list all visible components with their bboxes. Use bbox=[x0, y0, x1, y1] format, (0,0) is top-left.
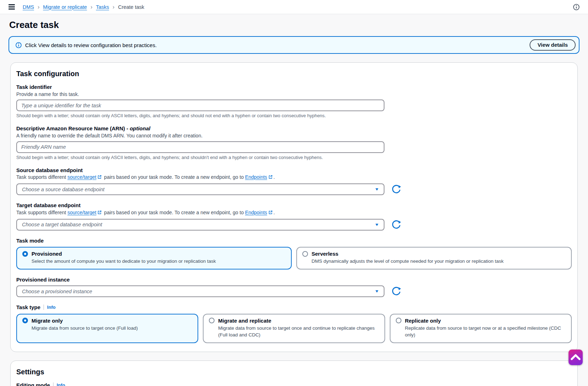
tile-title: Migrate and replicate bbox=[218, 318, 271, 324]
tile-description: DMS dynamically adjusts the level of com… bbox=[312, 258, 566, 265]
source-endpoint-select[interactable]: Choose a source database endpoint ▼ bbox=[16, 183, 384, 195]
tile-title: Replicate only bbox=[405, 318, 441, 324]
task-identifier-input[interactable] bbox=[16, 100, 384, 111]
source-target-link[interactable]: source/target bbox=[67, 174, 96, 180]
task-identifier-description: Provide a name for this task. bbox=[16, 91, 572, 98]
desc-text: . bbox=[274, 210, 275, 215]
editing-mode-label: Editing mode bbox=[16, 382, 50, 386]
provisioned-instance-label: Provisioned instance bbox=[16, 276, 572, 283]
descriptive-arn-description: A friendly name to override the default … bbox=[16, 132, 572, 139]
breadcrumb: DMS › Migrate or replicate › Tasks › Cre… bbox=[23, 4, 144, 10]
breadcrumb-migrate-or-replicate[interactable]: Migrate or replicate bbox=[43, 4, 87, 10]
tile-title: Migrate only bbox=[32, 318, 63, 324]
task-identifier-constraint: Should begin with a letter; should conta… bbox=[16, 113, 572, 118]
provisioned-instance-select-placeholder: Choose a provisioned instance bbox=[22, 289, 375, 294]
refresh-provisioned-instances-button[interactable] bbox=[391, 286, 401, 296]
settings-card: Settings Editing mode Info Wizard You ca… bbox=[10, 361, 578, 386]
descriptive-arn-label-text: Descriptive Amazon Resource Name (ARN) - bbox=[16, 125, 130, 131]
page-content: Create task Click View details to review… bbox=[0, 19, 588, 386]
chevron-right-icon: › bbox=[91, 4, 92, 10]
task-type-info-link[interactable]: Info bbox=[47, 305, 56, 310]
desc-text: Task supports different bbox=[16, 174, 67, 180]
task-type-option-replicate-only[interactable]: Replicate only Replicate data from sourc… bbox=[390, 314, 572, 343]
radio-checked-icon bbox=[22, 251, 28, 257]
breadcrumb-dms[interactable]: DMS bbox=[23, 4, 34, 10]
hamburger-menu-icon[interactable] bbox=[8, 4, 15, 10]
descriptive-arn-field: Descriptive Amazon Resource Name (ARN) -… bbox=[16, 125, 572, 160]
external-link-icon bbox=[97, 210, 102, 216]
target-endpoint-field: Target database endpoint Task supports d… bbox=[16, 202, 572, 230]
optional-suffix: optional bbox=[130, 125, 150, 131]
source-endpoint-field: Source database endpoint Task supports d… bbox=[16, 167, 572, 195]
task-configuration-card: Task configuration Task identifier Provi… bbox=[10, 62, 578, 352]
target-endpoint-description: Task supports different source/target pa… bbox=[16, 209, 572, 216]
radio-checked-icon bbox=[22, 318, 28, 323]
task-type-option-migrate-only[interactable]: Migrate only Migrate data from source to… bbox=[16, 314, 198, 343]
external-link-icon bbox=[97, 174, 102, 181]
desc-text: . bbox=[274, 174, 275, 180]
chevron-right-icon: › bbox=[38, 4, 39, 10]
target-endpoint-select[interactable]: Choose a target database endpoint ▼ bbox=[16, 219, 384, 231]
browser-extension-badge-icon[interactable] bbox=[569, 350, 583, 365]
editing-mode-info-link[interactable]: Info bbox=[57, 382, 65, 386]
descriptive-arn-label: Descriptive Amazon Resource Name (ARN) -… bbox=[16, 125, 572, 132]
refresh-source-endpoints-button[interactable] bbox=[391, 184, 401, 194]
task-configuration-title: Task configuration bbox=[16, 70, 572, 78]
label-info-divider bbox=[44, 305, 44, 310]
external-link-icon bbox=[268, 174, 273, 181]
task-identifier-label: Task identifier bbox=[16, 84, 572, 91]
page-title: Create task bbox=[9, 19, 580, 30]
tile-description: Replicate data from source to target now… bbox=[405, 325, 566, 339]
tile-description: Migrate data from source to target once … bbox=[218, 325, 379, 339]
label-info-divider bbox=[53, 382, 53, 386]
endpoints-link[interactable]: Endpoints bbox=[245, 210, 267, 215]
tile-title: Provisioned bbox=[32, 251, 62, 257]
breadcrumb-tasks[interactable]: Tasks bbox=[96, 4, 109, 10]
chevron-right-icon: › bbox=[113, 4, 114, 10]
source-endpoint-label: Source database endpoint bbox=[16, 167, 572, 174]
target-endpoint-select-placeholder: Choose a target database endpoint bbox=[22, 222, 375, 227]
editing-mode-field: Editing mode Info Wizard You can enter o… bbox=[16, 382, 572, 386]
tile-title: Serverless bbox=[312, 251, 338, 257]
friendly-arn-input[interactable] bbox=[16, 141, 384, 153]
info-circle-icon bbox=[16, 42, 22, 48]
task-mode-label: Task mode bbox=[16, 237, 572, 244]
caret-down-icon: ▼ bbox=[375, 223, 379, 227]
task-identifier-field: Task identifier Provide a name for this … bbox=[16, 84, 572, 118]
view-details-button[interactable]: View details bbox=[530, 39, 576, 51]
desc-text: Task supports different bbox=[16, 210, 67, 215]
source-endpoint-select-placeholder: Choose a source database endpoint bbox=[22, 187, 375, 192]
task-type-field: Task type Info Migrate only Migrate data… bbox=[16, 304, 572, 343]
external-link-icon bbox=[268, 210, 273, 216]
task-mode-field: Task mode Provisioned Select the amount … bbox=[16, 237, 572, 269]
radio-unchecked-icon bbox=[209, 318, 215, 323]
desc-text: pairs based on your task mode. To create… bbox=[103, 210, 245, 215]
target-endpoint-label: Target database endpoint bbox=[16, 202, 572, 209]
help-info-icon[interactable] bbox=[573, 4, 580, 10]
info-banner: Click View details to review configurati… bbox=[8, 36, 580, 54]
task-type-label: Task type bbox=[16, 304, 40, 311]
breadcrumb-current-page: Create task bbox=[118, 4, 144, 10]
provisioned-instance-field: Provisioned instance Choose a provisione… bbox=[16, 276, 572, 297]
provisioned-instance-select[interactable]: Choose a provisioned instance ▼ bbox=[16, 285, 384, 297]
source-target-link[interactable]: source/target bbox=[67, 210, 96, 215]
tile-description: Migrate data from source to target once … bbox=[32, 325, 192, 332]
refresh-target-endpoints-button[interactable] bbox=[391, 220, 401, 230]
caret-down-icon: ▼ bbox=[375, 187, 379, 191]
task-mode-option-serverless[interactable]: Serverless DMS dynamically adjusts the l… bbox=[296, 247, 572, 269]
descriptive-arn-constraint: Should begin with a letter; should conta… bbox=[16, 155, 572, 160]
radio-unchecked-icon bbox=[396, 318, 401, 323]
task-mode-options: Provisioned Select the amount of compute… bbox=[16, 247, 572, 269]
desc-text: pairs based on your task mode. To create… bbox=[103, 174, 245, 180]
tile-description: Select the amount of compute you want to… bbox=[32, 258, 286, 265]
settings-title: Settings bbox=[16, 368, 572, 376]
top-navigation-bar: DMS › Migrate or replicate › Tasks › Cre… bbox=[0, 0, 588, 14]
task-mode-option-provisioned[interactable]: Provisioned Select the amount of compute… bbox=[16, 247, 292, 269]
radio-unchecked-icon bbox=[302, 251, 308, 257]
banner-message: Click View details to review configurati… bbox=[25, 42, 157, 48]
endpoints-link[interactable]: Endpoints bbox=[245, 174, 267, 180]
task-type-options: Migrate only Migrate data from source to… bbox=[16, 314, 572, 343]
task-type-option-migrate-and-replicate[interactable]: Migrate and replicate Migrate data from … bbox=[203, 314, 385, 343]
source-endpoint-description: Task supports different source/target pa… bbox=[16, 174, 572, 181]
caret-down-icon: ▼ bbox=[375, 289, 379, 293]
